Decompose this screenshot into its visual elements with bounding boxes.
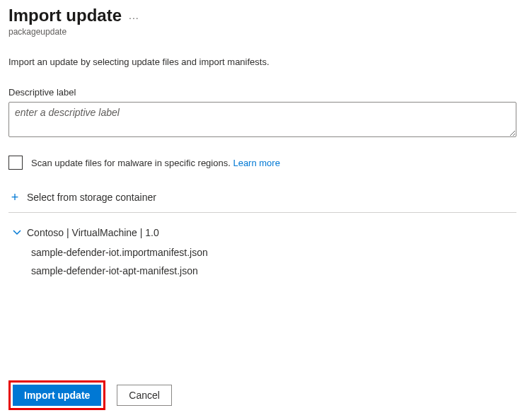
list-item: sample-defender-iot.importmanifest.json xyxy=(31,247,524,258)
page-subtitle: packageupdate xyxy=(8,27,524,37)
divider xyxy=(8,212,516,213)
list-item: sample-defender-iot-apt-manifest.json xyxy=(31,265,524,276)
page-description: Import an update by selecting update fil… xyxy=(8,57,524,67)
scan-malware-label: Scan update files for malware in specifi… xyxy=(31,156,280,169)
import-update-button[interactable]: Import update xyxy=(13,385,101,406)
select-from-storage-label: Select from storage container xyxy=(27,192,156,203)
cancel-button[interactable]: Cancel xyxy=(117,385,172,406)
select-from-storage-button[interactable]: + Select from storage container xyxy=(8,191,524,211)
chevron-down-icon xyxy=(11,227,23,238)
scan-malware-label-text: Scan update files for malware in specifi… xyxy=(31,158,233,168)
scan-malware-checkbox[interactable] xyxy=(8,156,23,170)
footer-actions: Import update Cancel xyxy=(8,380,172,410)
descriptive-label-heading: Descriptive label xyxy=(8,87,524,98)
learn-more-link[interactable]: Learn more xyxy=(233,158,279,168)
update-item-row[interactable]: Contoso | VirtualMachine | 1.0 xyxy=(11,227,524,238)
descriptive-label-input[interactable] xyxy=(8,102,516,137)
more-icon[interactable]: ··· xyxy=(129,8,139,23)
import-button-highlight: Import update xyxy=(8,380,105,410)
file-list: sample-defender-iot.importmanifest.json … xyxy=(31,247,524,276)
page-title: Import update xyxy=(8,6,122,25)
plus-icon: + xyxy=(8,191,21,204)
update-item-label: Contoso | VirtualMachine | 1.0 xyxy=(27,227,159,238)
